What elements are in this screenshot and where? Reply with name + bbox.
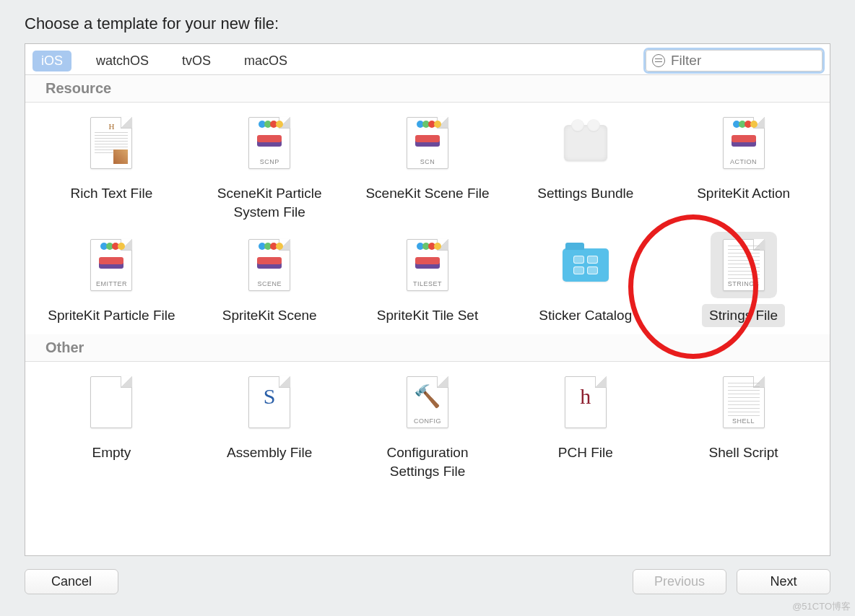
template-item[interactable]: Sticker Catalog bbox=[506, 236, 664, 327]
template-icon: TILESET bbox=[399, 236, 456, 294]
template-item[interactable]: EMITTER SpriteKit Particle File bbox=[32, 236, 191, 327]
template-label: Sticker Catalog bbox=[531, 304, 639, 327]
file-icon: STRINGS bbox=[723, 239, 765, 291]
section-header: Other bbox=[25, 334, 830, 362]
filter-icon bbox=[652, 54, 665, 67]
file-icon: S bbox=[248, 376, 290, 428]
template-label: Empty bbox=[84, 441, 138, 464]
template-icon: SCNP bbox=[240, 114, 298, 172]
previous-button[interactable]: Previous bbox=[633, 569, 726, 594]
template-label: Settings Bundle bbox=[530, 182, 641, 205]
platform-tab-ios[interactable]: iOS bbox=[32, 51, 71, 71]
template-icon: 🔨CONFIG bbox=[399, 373, 456, 431]
cancel-button[interactable]: Cancel bbox=[25, 569, 118, 594]
next-button[interactable]: Next bbox=[737, 569, 830, 594]
template-item[interactable]: h PCH File bbox=[506, 373, 664, 482]
file-icon: SCENE bbox=[248, 239, 290, 291]
template-label: SpriteKit Particle File bbox=[40, 304, 182, 327]
folder-icon bbox=[563, 248, 609, 282]
template-icon: ACTION bbox=[715, 114, 773, 172]
filter-input[interactable] bbox=[671, 53, 816, 69]
template-icon bbox=[557, 236, 615, 294]
template-grid: Empty S Assembly File 🔨CONFIG Configurat… bbox=[25, 362, 830, 490]
template-icon: SHELL bbox=[715, 373, 773, 431]
template-label: Strings File bbox=[702, 304, 785, 327]
platform-tabbar: iOSwatchOStvOSmacOS bbox=[25, 44, 830, 75]
platform-tab-tvos[interactable]: tvOS bbox=[173, 51, 220, 71]
template-icon: S bbox=[240, 373, 298, 431]
template-item[interactable]: SCNP SceneKit Particle System File bbox=[191, 114, 349, 223]
template-label: Configuration Settings File bbox=[355, 441, 500, 482]
template-item[interactable]: H Rich Text File bbox=[32, 114, 191, 223]
file-icon: SCNP bbox=[248, 117, 290, 169]
file-icon bbox=[90, 376, 132, 428]
bundle-icon bbox=[564, 125, 607, 161]
template-label: PCH File bbox=[551, 441, 620, 464]
template-item[interactable]: S Assembly File bbox=[191, 373, 349, 482]
sheet-title: Choose a template for your new file: bbox=[25, 14, 830, 33]
file-icon: SHELL bbox=[723, 376, 765, 428]
template-label: SceneKit Particle System File bbox=[197, 182, 342, 223]
template-icon: SCN bbox=[399, 114, 456, 172]
template-item[interactable]: SCENE SpriteKit Scene bbox=[191, 236, 349, 327]
template-icon: h bbox=[557, 373, 615, 431]
template-item[interactable]: ACTION SpriteKit Action bbox=[664, 114, 823, 223]
file-icon: h bbox=[565, 376, 607, 428]
template-icon: H bbox=[82, 114, 140, 172]
template-label: SpriteKit Scene bbox=[215, 304, 324, 327]
template-panel: iOSwatchOStvOSmacOS Resource H Rich Text… bbox=[25, 43, 830, 556]
sections: Resource H Rich Text File SCNP SceneKit … bbox=[25, 75, 830, 490]
template-item[interactable]: Settings Bundle bbox=[506, 114, 664, 223]
watermark: @51CTO博客 bbox=[792, 600, 851, 613]
footer: Cancel Previous Next bbox=[25, 556, 830, 594]
file-icon: TILESET bbox=[407, 239, 448, 291]
template-chooser-sheet: Choose a template for your new file: iOS… bbox=[25, 14, 830, 594]
template-icon: STRINGS bbox=[715, 236, 773, 294]
template-label: SpriteKit Tile Set bbox=[370, 304, 485, 327]
template-label: Shell Script bbox=[702, 441, 786, 464]
platform-tab-macos[interactable]: macOS bbox=[235, 51, 296, 71]
template-label: SpriteKit Action bbox=[690, 182, 797, 205]
template-icon bbox=[82, 373, 140, 431]
template-item[interactable]: STRINGS Strings File bbox=[664, 236, 823, 327]
template-icon: SCENE bbox=[240, 236, 298, 294]
template-icon: EMITTER bbox=[82, 236, 140, 294]
file-icon: EMITTER bbox=[90, 239, 132, 291]
template-item[interactable]: SHELL Shell Script bbox=[664, 373, 823, 482]
template-label: Assembly File bbox=[220, 441, 319, 464]
template-item[interactable]: Empty bbox=[32, 373, 191, 482]
filter-field[interactable] bbox=[646, 50, 823, 71]
section-header: Resource bbox=[25, 75, 830, 103]
file-icon: 🔨CONFIG bbox=[407, 376, 448, 428]
template-item[interactable]: SCN SceneKit Scene File bbox=[349, 114, 507, 223]
template-item[interactable]: TILESET SpriteKit Tile Set bbox=[349, 236, 507, 327]
file-icon: ACTION bbox=[723, 117, 765, 169]
template-label: Rich Text File bbox=[64, 182, 160, 205]
file-icon: SCN bbox=[407, 117, 448, 169]
file-icon: H bbox=[90, 117, 132, 169]
template-grid: H Rich Text File SCNP SceneKit Particle … bbox=[25, 103, 830, 334]
template-icon bbox=[557, 114, 615, 172]
template-label: SceneKit Scene File bbox=[358, 182, 496, 205]
platform-tab-watchos[interactable]: watchOS bbox=[87, 51, 157, 71]
template-item[interactable]: 🔨CONFIG Configuration Settings File bbox=[349, 373, 507, 482]
